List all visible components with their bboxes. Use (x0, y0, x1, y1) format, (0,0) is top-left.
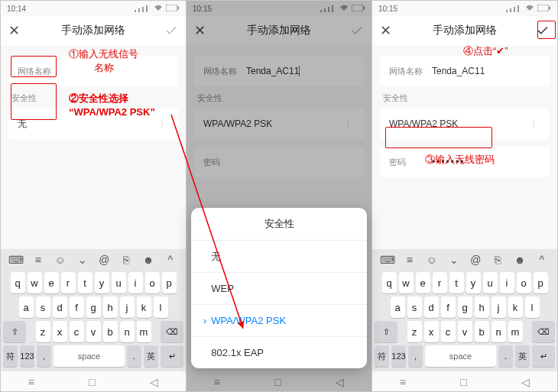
key-lang[interactable]: 英 (515, 345, 530, 367)
key-dot[interactable]: . (127, 345, 141, 367)
sheet-item-eap[interactable]: ›802.1x EAP (191, 336, 367, 368)
key-comma[interactable]: , (408, 345, 423, 367)
key-z[interactable]: z (36, 321, 50, 342)
key-k[interactable]: k (137, 296, 151, 318)
key-enter[interactable]: ↵ (532, 345, 555, 367)
key-v[interactable]: v (86, 321, 101, 342)
network-name-input[interactable]: 网络名称 Tenda_AC11 (194, 56, 364, 86)
key-symbol[interactable]: 符 (375, 345, 389, 367)
network-name-input[interactable]: 网络名称 Tenda_AC11 (380, 56, 550, 86)
key-i[interactable]: i (128, 272, 143, 293)
key-h[interactable]: h (475, 296, 489, 318)
key-q[interactable]: q (382, 272, 397, 293)
key-s[interactable]: s (36, 296, 50, 318)
nav-menu-icon[interactable]: ≡ (28, 376, 34, 388)
key-d[interactable]: d (53, 296, 67, 318)
key-backspace[interactable]: ⌫ (161, 321, 183, 342)
nav-back-icon[interactable]: ◁ (521, 376, 530, 388)
nav-back-icon[interactable]: ◁ (150, 376, 158, 388)
key-enter[interactable]: ↵ (161, 345, 183, 367)
sheet-item-wpa[interactable]: ›WPA/WPA2 PSK (191, 304, 367, 336)
close-icon[interactable]: ✕ (8, 22, 27, 39)
key-n[interactable]: n (491, 321, 506, 342)
nav-menu-icon[interactable]: ≡ (400, 376, 406, 388)
key-q[interactable]: q (11, 272, 25, 293)
key-p[interactable]: p (534, 272, 548, 293)
key-n[interactable]: n (120, 321, 135, 342)
key-y[interactable]: y (95, 272, 109, 293)
key-b[interactable]: b (475, 321, 489, 342)
key-p[interactable]: p (162, 272, 177, 293)
key-v[interactable]: v (458, 321, 472, 342)
key-shift[interactable]: ⇧ (3, 321, 26, 342)
key-dot[interactable]: . (498, 345, 513, 367)
key-x[interactable]: x (424, 321, 439, 342)
key-u[interactable]: u (483, 272, 498, 293)
key-k[interactable]: k (508, 296, 523, 318)
key-r[interactable]: r (433, 272, 447, 293)
security-select[interactable]: 无 〉 (8, 109, 178, 139)
key-lang[interactable]: 英 (144, 345, 158, 367)
key-r[interactable]: r (61, 272, 76, 293)
key-c[interactable]: c (441, 321, 456, 342)
key-a[interactable]: a (19, 296, 34, 318)
key-a[interactable]: a (391, 296, 405, 318)
key-o[interactable]: o (517, 272, 531, 293)
password-input[interactable]: 密码 (194, 147, 364, 177)
key-d[interactable]: d (424, 296, 439, 318)
nav-back-icon[interactable]: ◁ (336, 376, 344, 388)
key-c[interactable]: c (70, 321, 84, 342)
key-o[interactable]: o (145, 272, 160, 293)
kb-util-icon[interactable]: ☻ (511, 254, 528, 266)
key-u[interactable]: u (112, 272, 126, 293)
nav-home-icon[interactable]: □ (460, 376, 466, 388)
key-shift[interactable]: ⇧ (375, 321, 397, 342)
key-numeric[interactable]: 123 (20, 345, 34, 367)
nav-home-icon[interactable]: □ (274, 376, 281, 388)
key-symbol[interactable]: 符 (3, 345, 18, 367)
confirm-icon[interactable] (531, 24, 550, 37)
network-name-input[interactable]: 网络名称 (8, 56, 178, 86)
key-g[interactable]: g (86, 296, 101, 318)
kb-util-icon[interactable]: ⎘ (489, 254, 506, 266)
key-f[interactable]: f (441, 296, 456, 318)
close-icon[interactable]: ✕ (194, 22, 212, 39)
key-space[interactable]: space (425, 345, 496, 367)
security-select[interactable]: WPA/WPA2 PSK 〉 (380, 109, 550, 139)
kb-util-icon[interactable]: ⎘ (118, 254, 135, 266)
key-numeric[interactable]: 123 (391, 345, 406, 367)
key-h[interactable]: h (103, 296, 118, 318)
key-comma[interactable]: , (37, 345, 51, 367)
sheet-item-wep[interactable]: ›WEP (191, 272, 367, 304)
sheet-item-none[interactable]: ›无 (191, 240, 367, 272)
key-l[interactable]: l (154, 296, 168, 318)
close-icon[interactable]: ✕ (380, 22, 398, 39)
kb-util-icon[interactable]: ☻ (140, 254, 157, 266)
kb-util-icon[interactable]: ⌨ (8, 254, 24, 266)
key-l[interactable]: l (525, 296, 540, 318)
key-t[interactable]: t (449, 272, 464, 293)
key-x[interactable]: x (53, 321, 67, 342)
key-f[interactable]: f (70, 296, 84, 318)
key-s[interactable]: s (407, 296, 422, 318)
key-m[interactable]: m (137, 321, 151, 342)
key-w[interactable]: w (399, 272, 414, 293)
key-i[interactable]: i (500, 272, 514, 293)
key-space[interactable]: space (54, 345, 125, 367)
key-b[interactable]: b (103, 321, 118, 342)
kb-util-icon[interactable]: ⌄ (74, 254, 91, 266)
key-j[interactable]: j (120, 296, 135, 318)
kb-util-icon[interactable]: ≡ (30, 254, 47, 266)
key-w[interactable]: w (28, 272, 42, 293)
security-select[interactable]: WPA/WPA2 PSK 〉 (194, 109, 364, 139)
keyboard[interactable]: ⌨ ≡ ☺ ⌄ @ ⎘ ☻ ^ qwertyuiop asdfghjkl ⇧ z… (1, 249, 186, 371)
kb-util-icon[interactable]: ⌨ (379, 254, 396, 266)
nav-menu-icon[interactable]: ≡ (214, 376, 220, 388)
key-z[interactable]: z (407, 321, 422, 342)
confirm-icon[interactable] (160, 24, 178, 37)
key-t[interactable]: t (78, 272, 92, 293)
password-input[interactable]: 密码 ••••••• (380, 147, 550, 177)
kb-util-icon[interactable]: @ (467, 254, 484, 266)
kb-util-icon[interactable]: ≡ (401, 254, 418, 266)
key-j[interactable]: j (491, 296, 506, 318)
